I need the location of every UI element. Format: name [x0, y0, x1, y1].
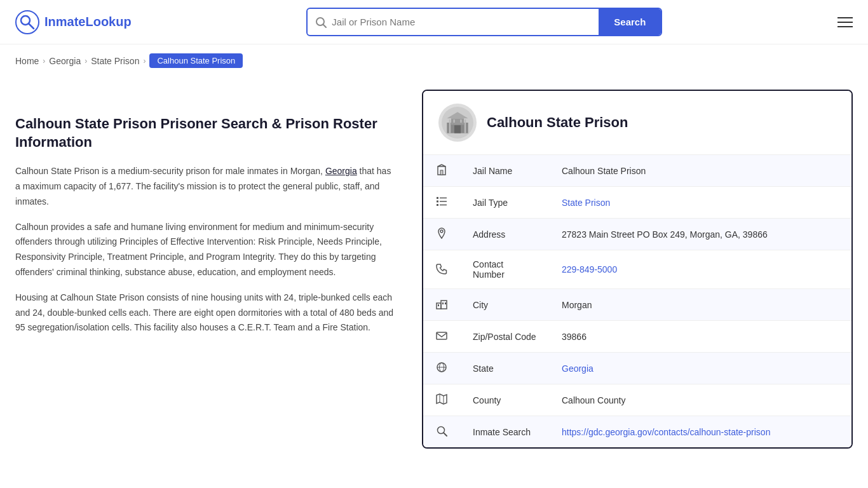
hamburger-line-1: [837, 17, 853, 18]
site-logo[interactable]: InmateLookup: [15, 10, 132, 34]
left-column: Calhoun State Prison Prisoner Search & P…: [15, 90, 422, 449]
breadcrumb: Home › Georgia › State Prison › Calhoun …: [0, 44, 868, 77]
search-icon: [315, 17, 327, 28]
site-header: InmateLookup Search: [0, 0, 868, 44]
prison-thumbnail: [438, 104, 477, 142]
logo-text: InmateLookup: [44, 15, 132, 29]
search-bar: Search: [306, 8, 662, 36]
row-link-1[interactable]: State Prison: [562, 198, 610, 208]
table-row: Contact Number229-849-5000: [423, 250, 851, 289]
table-row: Jail NameCalhoun State Prison: [423, 155, 851, 187]
chevron-icon-1: ›: [43, 57, 45, 65]
svg-marker-34: [437, 394, 447, 404]
svg-rect-12: [453, 119, 455, 123]
map-icon-cell: [423, 384, 460, 416]
svg-rect-26: [441, 301, 447, 309]
search-input[interactable]: [332, 10, 591, 34]
prison-building-icon: [442, 107, 473, 139]
row-value-7: Calhoun County: [549, 384, 851, 416]
info-card-prison-name: Calhoun State Prison: [487, 114, 628, 131]
row-link-3[interactable]: 229-849-5000: [562, 264, 617, 274]
globe-icon-cell: [423, 353, 460, 384]
svg-rect-15: [440, 170, 443, 175]
svg-point-0: [16, 11, 39, 34]
table-row: Jail TypeState Prison: [423, 187, 851, 219]
search-button[interactable]: Search: [599, 9, 661, 35]
info-table: Jail NameCalhoun State PrisonJail TypeSt…: [423, 155, 851, 447]
row-value-0: Calhoun State Prison: [549, 155, 851, 187]
info-card-header: Calhoun State Prison: [423, 91, 851, 155]
logo-icon: [15, 10, 39, 34]
description-para-3: Housing at Calhoun State Prison consists…: [15, 290, 397, 336]
main-content: Calhoun State Prison Prisoner Search & P…: [0, 77, 868, 474]
hamburger-line-3: [837, 26, 853, 27]
svg-point-24: [440, 230, 443, 233]
info-card: Calhoun State Prison Jail NameCalhoun St…: [422, 90, 853, 449]
row-label-3: Contact Number: [460, 250, 549, 289]
breadcrumb-state-prison[interactable]: State Prison: [91, 56, 139, 66]
row-value-6[interactable]: Georgia: [549, 353, 851, 384]
svg-rect-7: [451, 118, 464, 125]
table-row: StateGeorgia: [423, 353, 851, 384]
hamburger-menu[interactable]: [837, 17, 853, 27]
row-label-2: Address: [460, 219, 549, 250]
row-label-5: Zip/Postal Code: [460, 321, 549, 353]
breadcrumb-active: Calhoun State Prison: [149, 53, 243, 68]
svg-rect-18: [437, 197, 438, 199]
page-description: Calhoun State Prison is a medium-securit…: [15, 164, 397, 336]
table-row: CountyCalhoun County: [423, 384, 851, 416]
georgia-link[interactable]: Georgia: [325, 166, 357, 176]
page-title: Calhoun State Prison Prisoner Search & P…: [15, 115, 397, 151]
row-link-6[interactable]: Georgia: [562, 363, 593, 374]
table-row: CityMorgan: [423, 289, 851, 321]
description-para-2: Calhoun provides a safe and humane livin…: [15, 220, 397, 280]
row-value-8[interactable]: https://gdc.georgia.gov/contacts/calhoun…: [549, 416, 851, 448]
svg-rect-13: [460, 119, 462, 123]
row-label-4: City: [460, 289, 549, 321]
row-link-8[interactable]: https://gdc.georgia.gov/contacts/calhoun…: [562, 427, 770, 437]
svg-rect-30: [437, 332, 447, 339]
hamburger-line-2: [837, 22, 853, 23]
row-label-8: Inmate Search: [460, 416, 549, 448]
table-row: Zip/Postal Code39866: [423, 321, 851, 353]
description-para-1: Calhoun State Prison is a medium-securit…: [15, 164, 397, 209]
row-value-5: 39866: [549, 321, 851, 353]
row-value-3[interactable]: 229-849-5000: [549, 250, 851, 289]
table-row: Inmate Searchhttps://gdc.georgia.gov/con…: [423, 416, 851, 448]
svg-line-2: [29, 24, 34, 29]
svg-rect-29: [438, 304, 439, 306]
svg-rect-22: [437, 204, 438, 206]
right-column: Calhoun State Prison Jail NameCalhoun St…: [422, 90, 853, 449]
mail-icon-cell: [423, 321, 460, 353]
svg-rect-27: [442, 302, 444, 304]
svg-line-38: [444, 433, 447, 436]
svg-rect-20: [437, 201, 438, 203]
svg-rect-9: [454, 125, 461, 133]
row-label-1: Jail Type: [460, 187, 549, 219]
breadcrumb-georgia[interactable]: Georgia: [49, 56, 81, 66]
row-value-1[interactable]: State Prison: [549, 187, 851, 219]
row-label-0: Jail Name: [460, 155, 549, 187]
row-label-7: County: [460, 384, 549, 416]
row-value-2: 27823 Main Street PO Box 249, Morgan, GA…: [549, 219, 851, 250]
chevron-icon-3: ›: [143, 57, 146, 65]
phone-icon-cell: [423, 250, 460, 289]
svg-rect-10: [449, 119, 451, 133]
list-icon-cell: [423, 187, 460, 219]
svg-rect-11: [465, 119, 466, 133]
row-value-4: Morgan: [549, 289, 851, 321]
search-icon-cell: [423, 416, 460, 448]
svg-line-4: [323, 24, 327, 27]
chevron-icon-2: ›: [85, 57, 87, 65]
row-label-6: State: [460, 353, 549, 384]
table-row: Address27823 Main Street PO Box 249, Mor…: [423, 219, 851, 250]
building-icon-cell: [423, 155, 460, 187]
breadcrumb-home[interactable]: Home: [15, 56, 39, 66]
city-icon-cell: [423, 289, 460, 321]
svg-rect-28: [445, 302, 446, 304]
location-icon-cell: [423, 219, 460, 250]
